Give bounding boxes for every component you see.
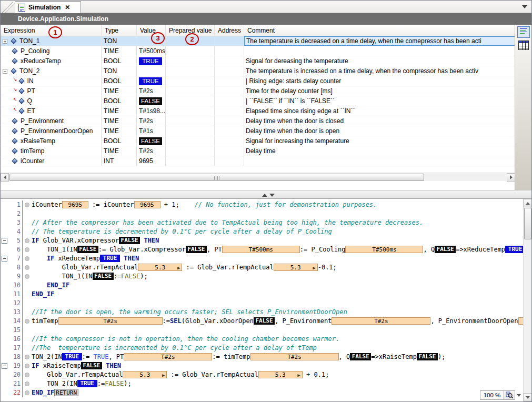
tab-close-icon[interactable]: ✕ [65, 4, 70, 11]
monitor-value-true[interactable]: TRUE [505, 246, 525, 253]
table-row[interactable]: xReduceTempBOOLTRUESignal for dereasing … [1, 56, 516, 66]
pane-splitter[interactable] [1, 190, 531, 199]
monitor-value-false[interactable]: FALSE [417, 353, 438, 360]
code-line-text[interactable]: IF xRaiseTempFALSE THEN [32, 361, 531, 370]
code-line[interactable]: 12 [1, 299, 531, 308]
zoom-dropdown-icon[interactable] [517, 394, 521, 397]
table-horizontal-scrollbar[interactable] [1, 173, 516, 181]
prepared-value-cell[interactable] [166, 156, 215, 166]
monitor-value-time[interactable]: T#2s [58, 317, 163, 325]
monitor-value-real[interactable]: 5.3▶ [274, 264, 318, 271]
code-line[interactable]: 17//The temperature is incremented by 0.… [1, 344, 531, 353]
table-row[interactable]: P_EnvironmentTIMET#2sDelay time when the… [1, 116, 516, 126]
monitor-value-true[interactable]: TRUE [100, 255, 120, 262]
prepared-value-cell[interactable] [166, 76, 215, 86]
table-row[interactable]: ↘PTTIMET#2sTime for the delay counter [m… [1, 86, 516, 96]
code-line[interactable]: 13//If the door is open, the warming occ… [1, 308, 531, 317]
code-line[interactable]: 18TON_2(INTRUE:= TRUE, PTT#2s:= timTempT… [1, 353, 531, 361]
code-line-text[interactable]: TON_2(INTRUE:=FALSE); [32, 379, 531, 388]
code-line[interactable]: 21 TON_2(INTRUE:=FALSE); [1, 379, 531, 388]
monitor-value-time[interactable]: T#2s [250, 353, 339, 360]
table-row[interactable]: −TON_2TONThe temperature is increased on… [1, 66, 516, 76]
monitor-value-false[interactable]: FALSE [435, 246, 456, 253]
code-line[interactable]: 4// The temperature is decremented by 0.… [1, 227, 531, 236]
prepared-value-cell[interactable] [166, 146, 215, 156]
code-line-text[interactable]: IF Glob_VAR.xCompressorFALSE THEN [32, 236, 531, 245]
code-line-text[interactable]: //If the compressor is not in operation,… [32, 335, 531, 344]
code-line[interactable]: 6 TON_1(INFALSE:= Glob_Var.xCompressorFA… [1, 245, 531, 254]
code-vertical-scrollbar[interactable] [523, 199, 531, 401]
code-line-text[interactable]: END_IF [32, 290, 531, 299]
code-line-text[interactable]: Glob_Var.rTempActual5.3▶ := Glob_Var.rTe… [32, 370, 531, 379]
prepared-value-cell[interactable] [166, 116, 215, 126]
code-line[interactable]: 19IF xRaiseTempFALSE THEN [1, 361, 531, 370]
scroll-right-icon[interactable] [507, 173, 515, 182]
monitor-value-false[interactable]: FALSE [186, 246, 207, 253]
scroll-down-icon[interactable] [524, 393, 531, 401]
code-editor[interactable]: 1iCounter9695 := iCounter9695 + 1; // No… [1, 199, 531, 401]
code-line-text[interactable]: timTempT#2s:=SEL(Glob_Var.xDoorOpenFALSE… [32, 317, 531, 326]
monitor-value-true[interactable]: TRUE [77, 380, 97, 387]
prepared-value-cell[interactable] [166, 96, 215, 106]
table-row[interactable]: +TON_1TONThe temperature is decreased on… [1, 36, 516, 46]
fold-collapse-icon[interactable] [2, 256, 7, 262]
code-line-text[interactable]: END_IFRETURN [32, 388, 531, 397]
code-line-text[interactable]: //The temperature is incremented by 0.1°… [32, 344, 531, 353]
tabular-view-button[interactable] [518, 41, 529, 50]
code-line[interactable]: 22END_IFRETURN [1, 388, 531, 397]
monitor-value-false[interactable]: FALSE [119, 237, 140, 244]
monitor-value-false[interactable]: FALSE [77, 246, 98, 253]
prepared-value-cell[interactable] [166, 46, 215, 56]
expander-plus-icon[interactable]: + [3, 39, 7, 44]
code-line[interactable]: 2 [1, 209, 531, 218]
monitor-value-int[interactable]: 9695 [134, 201, 160, 208]
code-line[interactable]: 1iCounter9695 := iCounter9695 + 1; // No… [1, 200, 531, 209]
table-row[interactable]: ↖ETTIMET#1s98...Elapsed time since risin… [1, 106, 516, 116]
table-row[interactable]: iCounterINT9695 [1, 156, 516, 166]
monitor-value-real[interactable]: 5.3▶ [123, 371, 167, 378]
code-line-text[interactable]: END_IF [32, 281, 531, 290]
code-line[interactable]: 7 IF xReduceTempTRUE THEN [1, 254, 531, 263]
code-line-text[interactable]: iCounter9695 := iCounter9695 + 1; // No … [32, 200, 531, 209]
code-line[interactable]: 9 TON_1(INFALSE:=FALSE); [1, 272, 531, 281]
splitter-collapse-down-icon[interactable] [269, 194, 275, 197]
zoom-level[interactable]: 100 % [480, 390, 504, 400]
code-line[interactable]: 15 [1, 326, 531, 335]
code-line-text[interactable] [32, 209, 531, 218]
monitor-value-false[interactable]: FALSE [81, 362, 102, 369]
monitor-value-true[interactable]: TRUE [62, 353, 82, 360]
zoom-magnifier-button[interactable] [504, 390, 515, 400]
code-line[interactable]: 16//If the compressor is not in operatio… [1, 335, 531, 344]
code-line[interactable]: 14timTempT#2s:=SEL(Glob_Var.xDoorOpenFAL… [1, 317, 531, 326]
monitor-value-time[interactable]: T#500ms [345, 246, 423, 253]
code-line-text[interactable]: IF xReduceTempTRUE THEN [32, 254, 531, 263]
code-line-text[interactable]: // The temperature is decremented by 0.1… [32, 227, 531, 236]
code-line[interactable]: 3// After the compressor has been activa… [1, 218, 531, 227]
column-header-comment[interactable]: Comment [244, 25, 516, 36]
code-line-text[interactable]: //If the door is open, the warming occur… [32, 308, 531, 317]
monitor-value-time[interactable]: T#2s [124, 353, 212, 360]
prepared-value-cell[interactable] [166, 66, 215, 76]
table-row[interactable]: ↘INBOOLTRUE| Rising edge: starts delay c… [1, 76, 516, 86]
scroll-up-icon[interactable] [524, 199, 531, 207]
fold-collapse-icon[interactable] [2, 238, 7, 244]
textual-view-button[interactable] [517, 26, 530, 38]
prepared-value-cell[interactable] [166, 56, 215, 66]
table-row[interactable]: xRaiseTempBOOLFALSESignal for increasing… [1, 136, 516, 146]
code-line[interactable]: 11END_IF [1, 290, 531, 299]
code-line-text[interactable]: TON_1(INFALSE:=FALSE); [32, 272, 531, 281]
prepared-value-cell[interactable] [166, 126, 215, 136]
tab-list-dropdown-icon[interactable] [522, 5, 527, 8]
code-line-text[interactable]: // After the compressor has been activat… [32, 218, 531, 227]
code-line-text[interactable]: TON_1(INFALSE:= Glob_Var.xCompressorFALS… [32, 245, 531, 254]
monitor-value-false[interactable]: FALSE [93, 273, 114, 280]
code-line-text[interactable] [32, 326, 531, 335]
code-line[interactable]: 5IF Glob_VAR.xCompressorFALSE THEN [1, 236, 531, 245]
prepared-value-cell[interactable] [166, 106, 215, 116]
monitor-value-real[interactable]: 5.3▶ [258, 371, 303, 378]
monitor-value-false[interactable]: FALSE [350, 353, 371, 360]
table-row[interactable]: P_CoolingTIMET#500ms [1, 46, 516, 56]
table-row[interactable]: timTempTIMET#2sDelay time [1, 146, 516, 156]
column-header-type[interactable]: Type [102, 25, 137, 36]
monitor-value-false[interactable]: FALSE [254, 317, 275, 325]
